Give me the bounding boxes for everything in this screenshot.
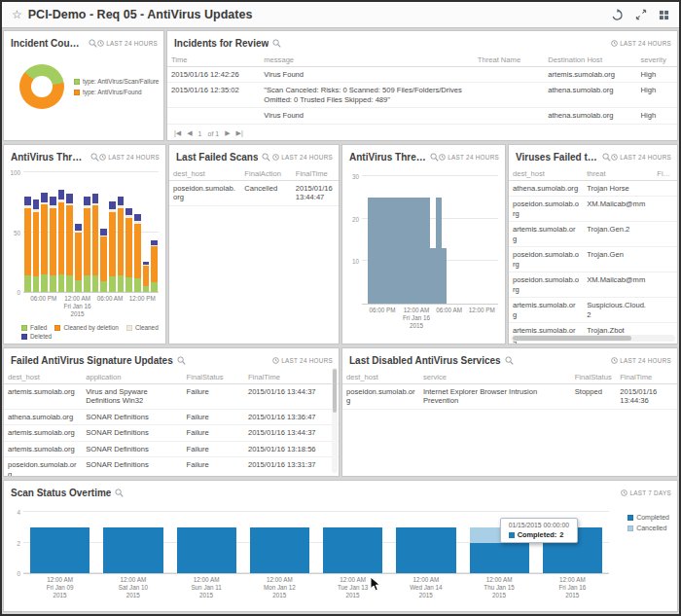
legend-item[interactable]: type: AntiVirus/Scan/Failure	[74, 78, 159, 85]
column-header[interactable]: FinalTime	[244, 370, 339, 384]
bar[interactable]	[66, 172, 73, 292]
table-row[interactable]: athena.sumolab.orgTrojan Horse	[509, 181, 677, 197]
magnifier-icon[interactable]	[430, 153, 439, 162]
legend-item[interactable]: Cleaned by deletion	[54, 324, 119, 331]
bar[interactable]	[41, 172, 48, 292]
table-row[interactable]: athena.sumolab.orgSONAR DefinitionsFailu…	[4, 409, 339, 424]
time-range-label[interactable]: LAST 7 DAYS	[621, 489, 671, 496]
column-header[interactable]: message	[260, 53, 474, 67]
prev-page-button[interactable]: ◀	[187, 129, 192, 137]
magnifier-icon[interactable]	[262, 153, 270, 162]
table-cell: 2015/01/16 13:44:36	[616, 384, 677, 410]
bar[interactable]	[396, 512, 455, 573]
bar[interactable]	[58, 172, 65, 292]
column-header[interactable]: Time	[167, 53, 260, 67]
column-header[interactable]: FinalStatus	[571, 370, 617, 384]
column-header[interactable]: FinalStatus	[183, 370, 244, 384]
bar[interactable]	[84, 172, 90, 292]
bar[interactable]	[118, 172, 125, 292]
last-page-button[interactable]: ▶|	[236, 129, 243, 137]
bar[interactable]	[50, 172, 56, 292]
bar[interactable]	[134, 172, 141, 292]
time-range-label[interactable]: LAST 24 HOURS	[97, 40, 158, 47]
first-page-button[interactable]: |◀	[174, 129, 181, 137]
column-header[interactable]: severity	[637, 53, 677, 67]
magnifier-icon[interactable]	[505, 356, 514, 365]
time-range-label[interactable]: LAST 24 HOURS	[272, 154, 333, 161]
column-header[interactable]: dest_host	[509, 166, 583, 181]
column-header[interactable]: FinalTime	[292, 166, 339, 181]
column-header[interactable]: Destination Host	[544, 53, 636, 67]
column-header[interactable]: application	[82, 370, 182, 384]
vertical-scrollbar[interactable]	[332, 368, 338, 473]
table-row[interactable]: artemis.sumolab.orgSONAR DefinitionsFail…	[4, 441, 339, 456]
horizontal-scrollbar[interactable]	[511, 335, 675, 342]
table-row[interactable]: artemis.sumolab.orgSuspicious.Cloud.2	[509, 298, 677, 323]
column-header[interactable]: FinalAction	[240, 166, 291, 181]
table-row[interactable]: artemis.sumolab.orgTrojan.Gen.2	[509, 222, 677, 247]
column-header[interactable]: FinalAct...	[653, 166, 677, 181]
legend-item[interactable]: Failed	[21, 324, 47, 331]
legend-item[interactable]: Deleted	[21, 333, 52, 340]
scrollbar-thumb[interactable]	[333, 369, 337, 413]
column-header[interactable]: dest_host	[169, 166, 240, 181]
table-row[interactable]: artemis.sumolab.orgVirus and Spyware Def…	[4, 384, 339, 410]
bar[interactable]	[250, 512, 309, 573]
bar[interactable]	[323, 512, 382, 573]
bar[interactable]	[24, 172, 31, 292]
legend-item[interactable]: Completed	[627, 514, 669, 521]
magnifier-icon[interactable]	[272, 39, 281, 48]
table-row[interactable]: poseidon.sumolab.orgXM.Mailcab@mm	[509, 272, 677, 298]
next-page-button[interactable]: ▶	[225, 129, 230, 137]
column-header[interactable]: service	[419, 370, 571, 384]
legend-item[interactable]: Cancelled	[627, 525, 666, 531]
time-range-label[interactable]: LAST 24 HOURS	[611, 40, 671, 47]
table-row[interactable]: poseidon.sumolab.orgTrojan.Gen	[509, 247, 677, 272]
legend-item[interactable]: Cleaned	[126, 324, 159, 331]
bar[interactable]	[151, 172, 158, 292]
magnifier-icon[interactable]	[177, 356, 186, 365]
table-row[interactable]: artemis.sumolab.orgSONAR DefinitionsFail…	[4, 425, 339, 441]
table-row[interactable]: poseidon.sumolab.orgCancelled2015/01/16 …	[169, 181, 339, 206]
magnifier-icon[interactable]	[89, 39, 97, 48]
magnifier-icon[interactable]	[115, 489, 124, 497]
scrollbar-thumb[interactable]	[513, 336, 631, 341]
legend-item[interactable]: type: AntiVirus/Found	[74, 89, 142, 95]
expand-icon[interactable]	[635, 9, 647, 20]
bar[interactable]	[103, 512, 162, 573]
table-row[interactable]: poseidon.sumolab.orgSONAR DefinitionsFai…	[4, 457, 339, 477]
time-range-label[interactable]: LAST 24 HOURS	[439, 154, 499, 161]
donut-ring[interactable]	[19, 64, 64, 109]
bar[interactable]	[92, 172, 99, 292]
bar[interactable]	[33, 172, 40, 292]
time-range-label[interactable]: LAST 24 HOURS	[272, 357, 333, 364]
table-row[interactable]: Virus Foundathena.sumolab.orgHigh	[167, 108, 677, 124]
magnifier-icon[interactable]	[602, 153, 611, 162]
table-row[interactable]: 2015/01/16 12:42:26Virus Foundartemis.su…	[167, 67, 677, 83]
favorite-star-icon[interactable]: ☆	[12, 9, 22, 20]
time-range-label[interactable]: LAST 24 HOURS	[99, 154, 160, 161]
bar[interactable]	[177, 512, 236, 573]
refresh-icon[interactable]	[611, 9, 624, 21]
table-row[interactable]: poseidon.sumolab.orgInternet Explorer Br…	[342, 384, 677, 410]
bar[interactable]	[109, 172, 116, 292]
time-range-label[interactable]: LAST 24 HOURS	[611, 357, 671, 364]
table-row[interactable]: 2015/01/16 12:35:02"Scan Canceled: Risks…	[167, 83, 677, 108]
magnifier-icon[interactable]	[90, 153, 99, 162]
column-header[interactable]: Threat Name	[474, 53, 544, 67]
bar[interactable]	[125, 172, 132, 292]
grid-icon[interactable]	[659, 10, 669, 20]
table-row[interactable]: poseidon.sumolab.orgXM.Mailcab@mm	[509, 197, 677, 222]
column-header[interactable]: FinalTime	[616, 370, 677, 384]
bar[interactable]	[100, 172, 107, 292]
bar[interactable]	[492, 176, 498, 304]
column-header[interactable]: dest_host	[342, 370, 419, 384]
bar[interactable]	[143, 172, 150, 292]
panel-header: AntiVirus Threats Faile... LAST 24 HOURS	[342, 145, 505, 166]
time-range-label[interactable]: LAST 24 HOURS	[611, 154, 671, 161]
y-tick-label: 10	[352, 258, 359, 265]
column-header[interactable]: dest_host	[4, 370, 82, 384]
bar[interactable]	[30, 512, 90, 573]
column-header[interactable]: threat	[583, 166, 653, 181]
bar[interactable]	[75, 172, 82, 292]
